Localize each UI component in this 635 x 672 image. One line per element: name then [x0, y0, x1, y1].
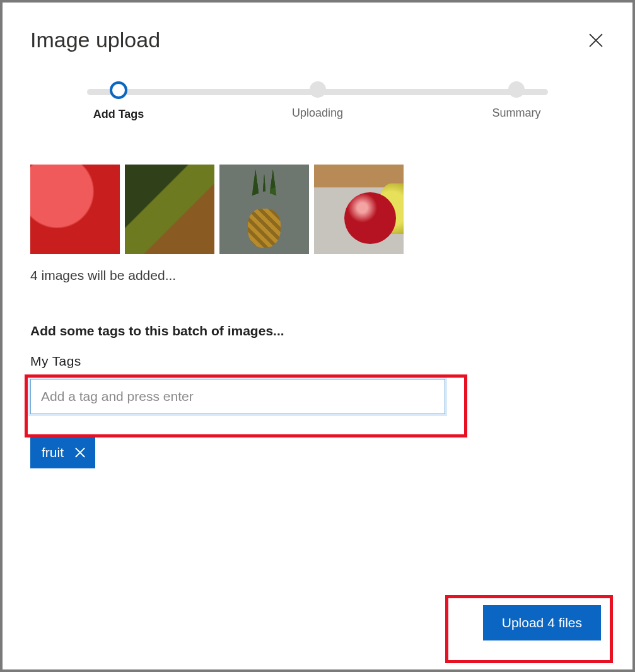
tag-prompt: Add some tags to this batch of images...: [30, 323, 605, 339]
image-upload-dialog: Image upload Add Tags Uploading Summary …: [0, 0, 635, 672]
thumbnail-row: [30, 165, 605, 254]
tag-chip-label: fruit: [42, 445, 64, 460]
upload-button[interactable]: Upload 4 files: [483, 605, 601, 640]
image-count-text: 4 images will be added...: [30, 268, 605, 283]
tag-input-wrap: [30, 379, 445, 414]
step-label: Summary: [492, 107, 540, 120]
step-label: Uploading: [292, 107, 343, 120]
thumbnail[interactable]: [314, 165, 404, 254]
progress-stepper: Add Tags Uploading Summary: [30, 81, 605, 125]
step-dot-active: [110, 81, 127, 99]
stepper-nodes: Add Tags Uploading Summary: [81, 81, 554, 121]
step-dot: [310, 81, 326, 98]
step-uploading: Uploading: [280, 81, 356, 121]
remove-tag-icon[interactable]: [74, 446, 86, 459]
thumbnail[interactable]: [125, 165, 214, 254]
thumbnail[interactable]: [30, 165, 120, 254]
step-add-tags: Add Tags: [81, 81, 156, 121]
step-summary: Summary: [479, 81, 554, 121]
dialog-title: Image upload: [30, 28, 160, 52]
tag-chip[interactable]: fruit: [30, 437, 95, 468]
dialog-header: Image upload: [30, 28, 605, 52]
tag-input[interactable]: [30, 379, 445, 414]
my-tags-label: My Tags: [30, 354, 605, 369]
step-dot: [508, 81, 525, 98]
thumbnail[interactable]: [219, 165, 309, 254]
step-label: Add Tags: [93, 108, 144, 121]
close-icon[interactable]: [587, 32, 605, 49]
tag-chip-row: fruit: [30, 437, 605, 468]
